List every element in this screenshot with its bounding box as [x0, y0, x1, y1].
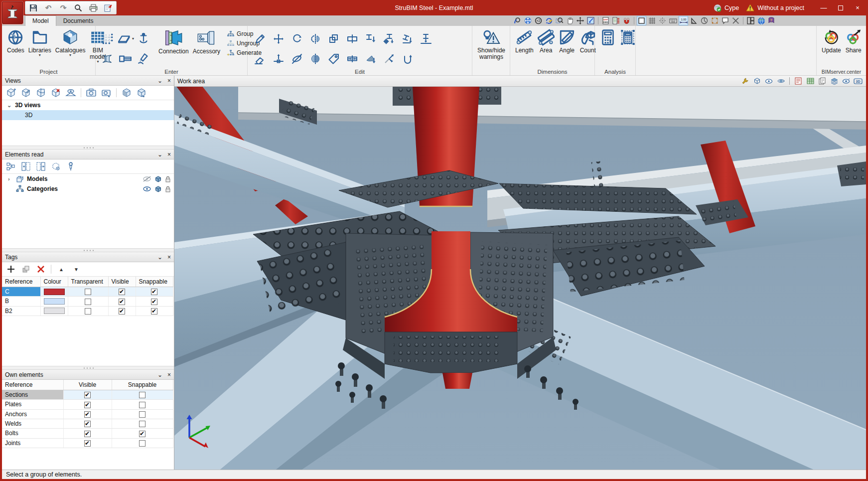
- viewport-views-icon[interactable]: [752, 77, 762, 86]
- insert-bolt-button[interactable]: [117, 49, 135, 69]
- own-col-visible[interactable]: Visible: [63, 380, 112, 390]
- visible-checkbox[interactable]: [119, 299, 125, 305]
- analysis-button[interactable]: [598, 28, 618, 47]
- tag-row[interactable]: C: [2, 287, 173, 297]
- zoom-extents-icon[interactable]: [523, 16, 533, 25]
- colour-swatch[interactable]: [40, 306, 68, 316]
- print-button[interactable]: [88, 3, 98, 13]
- length-button[interactable]: Length: [513, 28, 536, 55]
- visible-checkbox[interactable]: [84, 411, 91, 418]
- preview-eye-icon[interactable]: [841, 77, 851, 86]
- snappable-checkbox[interactable]: [139, 402, 145, 408]
- angle-button[interactable]: Angle: [557, 28, 578, 55]
- visible-checkbox[interactable]: [84, 440, 91, 447]
- snappable-checkbox[interactable]: [151, 289, 157, 295]
- views-collapse-chevron-icon[interactable]: ⌄: [157, 78, 162, 84]
- tags-col-colour[interactable]: Colour: [40, 277, 68, 287]
- snappable-checkbox[interactable]: [151, 308, 157, 315]
- elements-collapse-chevron-icon[interactable]: ⌄: [157, 152, 162, 158]
- zoom-window-icon[interactable]: [555, 16, 564, 25]
- visible-checkbox[interactable]: [84, 402, 91, 408]
- edit-shorten-button[interactable]: [343, 49, 361, 69]
- colour-swatch[interactable]: [40, 287, 68, 297]
- snap-grid-icon[interactable]: [658, 16, 667, 25]
- zoom-x2-icon[interactable]: ×2: [534, 16, 543, 25]
- connection-button[interactable]: Connection: [156, 28, 191, 56]
- project-warning-badge[interactable]: Without a project: [746, 4, 804, 11]
- own-element-row[interactable]: Joints: [2, 438, 173, 448]
- pan-icon[interactable]: [565, 16, 575, 25]
- comments-icon[interactable]: [721, 16, 730, 25]
- pin-button[interactable]: [65, 161, 77, 172]
- tags-close-icon[interactable]: ×: [167, 254, 171, 260]
- lock-icon[interactable]: [165, 175, 171, 183]
- visible-checkbox[interactable]: [84, 431, 91, 437]
- delete-tag-button[interactable]: [35, 264, 47, 275]
- snappable-checkbox[interactable]: [139, 431, 145, 437]
- search-button[interactable]: [73, 3, 83, 13]
- grid-toggle-icon[interactable]: [647, 16, 657, 25]
- window-layout-icon[interactable]: [746, 16, 755, 25]
- transparent-checkbox[interactable]: [85, 308, 91, 315]
- duplicate-tag-button[interactable]: [20, 264, 32, 275]
- snappable-checkbox[interactable]: [139, 440, 145, 447]
- delete-view-button[interactable]: [50, 87, 62, 98]
- web-updates-icon[interactable]: [756, 16, 766, 25]
- stereo-3d-icon[interactable]: 3D: [853, 77, 863, 86]
- edit-symmetry-button[interactable]: [306, 49, 324, 69]
- selection-region-icon[interactable]: [710, 16, 720, 25]
- edit-delete-button[interactable]: [251, 49, 269, 69]
- accessory-button[interactable]: Accessory: [191, 28, 222, 56]
- transparent-checkbox[interactable]: [85, 289, 91, 295]
- edit-modify-button[interactable]: [251, 29, 269, 49]
- close-button[interactable]: ×: [850, 2, 865, 13]
- snappable-checkbox[interactable]: [139, 392, 145, 398]
- edit-lower-section-button[interactable]: [417, 29, 435, 49]
- tags-col-snappable[interactable]: Snappable: [136, 277, 173, 287]
- snappable-checkbox[interactable]: [151, 299, 157, 305]
- scroll-view-icon[interactable]: [576, 16, 585, 25]
- snappable-checkbox[interactable]: [139, 421, 145, 427]
- edit-view-button[interactable]: [20, 87, 32, 98]
- maximize-button[interactable]: [833, 2, 848, 13]
- tree-item-3d[interactable]: 3D: [2, 110, 174, 120]
- own-element-row[interactable]: Plates: [2, 400, 173, 409]
- tree-expand-level1-button[interactable]: [20, 161, 32, 172]
- app-icon[interactable]: [2, 1, 23, 24]
- libraries-button[interactable]: Libraries ▾: [26, 28, 53, 58]
- viewport-orbit-icon[interactable]: [776, 77, 786, 86]
- show-hide-warnings-button[interactable]: Show/hidewarnings: [475, 28, 507, 61]
- analysis-selection-button[interactable]: [618, 28, 638, 47]
- edit-divide-button[interactable]: [343, 29, 361, 49]
- tree-group-3d-views[interactable]: ⌄3D views: [2, 100, 174, 110]
- minimize-button[interactable]: —: [816, 2, 831, 13]
- redraw-icon[interactable]: [544, 16, 554, 25]
- keyboard-entry-icon[interactable]: [668, 16, 678, 25]
- edit-insert-section-button[interactable]: [361, 29, 380, 49]
- account-badge[interactable]: Cype: [714, 4, 739, 12]
- dxf-dwg-layers-icon[interactable]: [611, 16, 621, 25]
- box-mode-icon[interactable]: [154, 175, 162, 183]
- add-tag-button[interactable]: [5, 264, 17, 275]
- area-button[interactable]: Area: [536, 28, 557, 55]
- own-element-row[interactable]: Bolts: [2, 429, 173, 438]
- own-col-snappable[interactable]: Snappable: [112, 380, 173, 390]
- elements-row-models[interactable]: › Models: [2, 174, 174, 184]
- panel-splitter[interactable]: [2, 366, 174, 370]
- elements-close-icon[interactable]: ×: [167, 152, 171, 158]
- title-bar[interactable]: ↶ ↷ StruBIM Steel - Example.mtl Cype Wit…: [0, 0, 868, 15]
- duplicate-view-button[interactable]: [35, 87, 47, 98]
- edit-copy-button[interactable]: [324, 29, 343, 49]
- undo-button[interactable]: ↶: [43, 3, 53, 13]
- codes-button[interactable]: Codes: [5, 28, 26, 55]
- panel-splitter[interactable]: [2, 248, 174, 252]
- visible-checkbox[interactable]: [119, 289, 125, 295]
- own-element-row[interactable]: Sections: [2, 390, 173, 400]
- insert-section-button[interactable]: [99, 49, 117, 69]
- visible-checkbox[interactable]: [84, 421, 91, 427]
- visibility-off-icon[interactable]: [143, 175, 151, 182]
- edit-insert-section-tilted-button[interactable]: [398, 29, 417, 49]
- own-elements-collapse-chevron-icon[interactable]: ⌄: [157, 372, 162, 378]
- move-tag-up-button[interactable]: ▲: [55, 264, 67, 275]
- tags-col-visible[interactable]: Visible: [108, 277, 136, 287]
